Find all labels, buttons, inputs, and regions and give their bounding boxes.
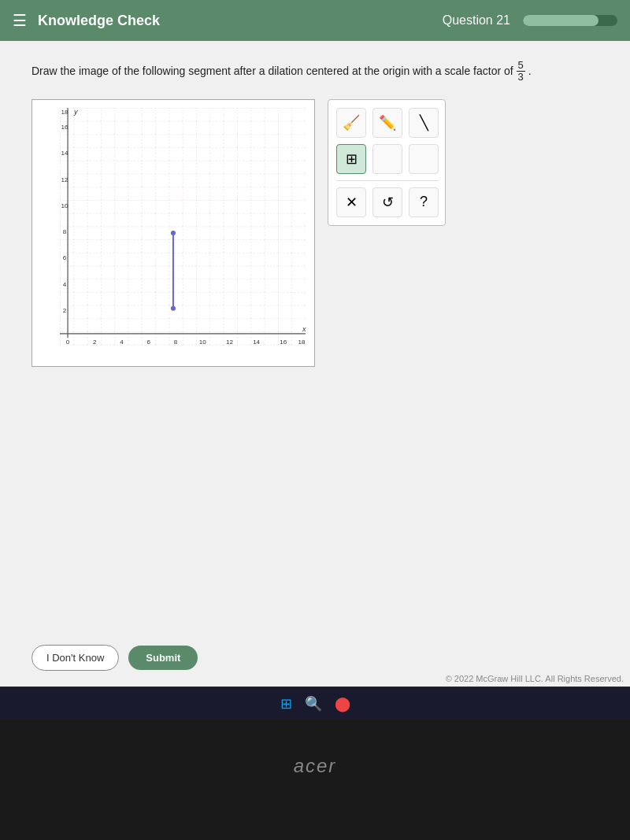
progress-bar xyxy=(523,15,617,26)
svg-text:2: 2 xyxy=(93,339,97,346)
question-number: Question 21 xyxy=(443,13,510,28)
empty-slot-1 xyxy=(372,144,402,174)
svg-text:x: x xyxy=(302,324,306,332)
search-taskbar-icon[interactable]: 🔍 xyxy=(305,695,322,712)
svg-text:y: y xyxy=(73,108,78,116)
svg-rect-0 xyxy=(60,108,306,346)
menu-icon[interactable]: ☰ xyxy=(13,11,27,30)
svg-text:10: 10 xyxy=(199,339,206,346)
svg-point-26 xyxy=(171,231,176,235)
empty-slot-2 xyxy=(409,144,439,174)
svg-text:14: 14 xyxy=(61,150,69,157)
page-title: Knowledge Check xyxy=(38,13,443,29)
svg-text:16: 16 xyxy=(61,124,69,131)
svg-point-25 xyxy=(171,305,176,310)
fraction-denominator: 3 xyxy=(517,72,525,83)
dont-know-button[interactable]: I Don't Know xyxy=(32,645,119,671)
svg-text:4: 4 xyxy=(120,339,124,346)
svg-text:6: 6 xyxy=(146,339,150,346)
delete-button[interactable]: ✕ xyxy=(336,187,366,217)
laptop-bezel: acer xyxy=(0,720,630,840)
windows-taskbar: ⊞ 🔍 ⬤ xyxy=(0,686,630,720)
svg-text:2: 2 xyxy=(63,306,67,313)
bottom-action-bar: I Don't Know Submit xyxy=(32,645,198,671)
header: ☰ Knowledge Check Question 21 xyxy=(0,0,630,41)
graph-container[interactable]: 0 2 4 6 8 10 12 14 16 18 2 4 6 8 10 12 1… xyxy=(32,99,315,367)
svg-text:10: 10 xyxy=(61,202,69,209)
svg-text:0: 0 xyxy=(66,339,70,346)
svg-text:14: 14 xyxy=(253,339,260,346)
svg-text:16: 16 xyxy=(280,339,287,346)
toolbar-separator xyxy=(336,180,439,181)
svg-text:18: 18 xyxy=(298,339,306,346)
svg-text:4: 4 xyxy=(63,280,67,287)
pencil-button[interactable]: ✏️ xyxy=(372,108,402,138)
undo-button[interactable]: ↺ xyxy=(372,187,402,217)
question-text: Draw the image of the following segment … xyxy=(32,60,598,83)
copyright-text: © 2022 McGraw Hill LLC. All Rights Reser… xyxy=(446,674,624,683)
svg-text:12: 12 xyxy=(226,339,233,346)
fraction: 5 3 xyxy=(517,65,528,77)
svg-text:8: 8 xyxy=(174,339,178,346)
progress-fill xyxy=(523,15,598,26)
help-button[interactable]: ? xyxy=(409,187,439,217)
svg-text:18: 18 xyxy=(61,109,69,116)
eraser-button[interactable]: 🧹 xyxy=(336,108,366,138)
question-text-before: Draw the image of the following segment … xyxy=(32,65,513,77)
windows-start-icon[interactable]: ⊞ xyxy=(280,695,292,712)
main-content: Draw the image of the following segment … xyxy=(0,41,630,686)
graph-area: 0 2 4 6 8 10 12 14 16 18 2 4 6 8 10 12 1… xyxy=(32,99,598,367)
fraction-numerator: 5 xyxy=(517,60,525,72)
toolbar-bottom-row: ✕ ↺ ? xyxy=(336,187,439,217)
coordinate-graph[interactable]: 0 2 4 6 8 10 12 14 16 18 2 4 6 8 10 12 1… xyxy=(59,108,306,346)
move-button[interactable]: ⊞ xyxy=(336,144,366,174)
chrome-taskbar-icon[interactable]: ⬤ xyxy=(335,695,350,712)
svg-text:12: 12 xyxy=(61,176,69,183)
submit-button[interactable]: Submit xyxy=(128,646,198,670)
drawing-toolbar: 🧹 ✏️ ╲ ⊞ ✕ ↺ ? xyxy=(328,99,446,226)
acer-logo: acer xyxy=(294,755,337,777)
question-text-after: . xyxy=(528,65,532,77)
line-button[interactable]: ╲ xyxy=(409,108,439,138)
svg-text:8: 8 xyxy=(63,228,67,235)
svg-text:6: 6 xyxy=(63,254,67,261)
